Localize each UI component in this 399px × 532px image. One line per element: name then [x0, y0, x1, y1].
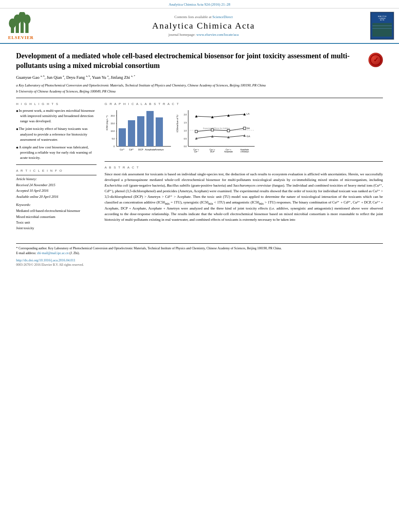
journal-citation: Analytica Chimica Acta 924 (2016) 21–28: [0, 0, 399, 8]
svg-text:2.0: 2.0: [184, 113, 187, 116]
abstract-heading: A B S T R A C T: [105, 166, 383, 169]
highlights-heading: H I G H L I G H T S: [16, 102, 97, 106]
sciencedirect-link[interactable]: ScienceDirect: [212, 15, 232, 19]
article-info-heading: A R T I C L E I N F O: [16, 169, 97, 173]
bar-ametryn: [156, 117, 163, 146]
footer-notes: * Corresponding author. Key Laboratory o…: [16, 243, 383, 267]
svg-text:GA: GA: [247, 135, 250, 138]
svg-text:IC50mix/Sum of TU: IC50mix/Sum of TU: [176, 115, 179, 132]
journal-thumbnail: ANALYTICA CHIMICA ACTA: [370, 12, 394, 40]
svg-text:SA: SA: [247, 127, 250, 129]
bar-cu: [119, 128, 126, 146]
elsevier-tree-icon: [9, 12, 33, 34]
authors-line: Guanyue Gao a, b, Jun Qian a, Deyu Fang …: [16, 74, 383, 80]
svg-text:CHIMICA: CHIMICA: [379, 18, 386, 19]
graphical-abstract: IC50 (mg L⁻¹) 0 5.0 10.0 15.0 20.0: [105, 108, 383, 157]
banner-center: Contents lists available at ScienceDirec…: [41, 15, 366, 37]
divider-3: [105, 161, 383, 162]
svg-rect-2: [21, 19, 24, 33]
highlight-item-2: The joint toxicity effect of binary toxi…: [16, 126, 97, 142]
svg-text:✓: ✓: [373, 56, 378, 63]
svg-text:Cd²⁺: Cd²⁺: [194, 150, 198, 153]
highlights-list: In present work, a multi-species microbi…: [16, 108, 97, 160]
graphical-abstract-heading: G R A P H I C A L A B S T R A C T: [105, 102, 383, 106]
bar-cd: [128, 120, 135, 146]
svg-text:DCP: DCP: [138, 148, 144, 151]
journal-homepage-link[interactable]: www.elsevier.com/locate/aca: [196, 33, 239, 37]
keywords-title: Keywords:: [16, 203, 97, 207]
svg-rect-51: [227, 129, 230, 132]
svg-point-7: [23, 14, 31, 24]
article-title: Development of a mediated whole cell-bas…: [16, 51, 368, 71]
history-label: Article history:: [16, 177, 97, 181]
copyright-line: 0003-2670/© 2016 Elsevier B.V. All right…: [16, 263, 383, 267]
svg-rect-50: [211, 129, 214, 131]
svg-text:15.0: 15.0: [111, 122, 115, 125]
svg-text:ACTA: ACTA: [380, 19, 384, 21]
svg-text:Cu²⁺: Cu²⁺: [120, 148, 125, 151]
elsevier-logo: ELSEVIER: [5, 12, 37, 40]
svg-text:0.5: 0.5: [184, 138, 187, 140]
svg-text:10.0: 10.0: [111, 130, 115, 132]
heavy-metal-ions-text: heavy: [348, 183, 357, 187]
doi-link[interactable]: http://dx.doi.org/10.1016/j.aca.2016.04.…: [16, 258, 76, 262]
bar-chart-svg: IC50 (mg L⁻¹) 0 5.0 10.0 15.0 20.0: [105, 108, 173, 156]
svg-text:Acephate: Acephate: [145, 148, 155, 151]
svg-text:LA: LA: [247, 113, 249, 115]
svg-text:0.0: 0.0: [184, 145, 187, 148]
divider: [16, 98, 383, 98]
highlights-section: H I G H L I G H T S In present work, a m…: [16, 102, 97, 160]
received-date: Received 24 November 2015: [16, 182, 97, 188]
abstract-text: Since most risk assessment for toxicants…: [105, 172, 383, 223]
svg-text:+Ametryn: +Ametryn: [240, 150, 249, 153]
svg-text:1.5: 1.5: [184, 121, 187, 124]
line-chart: 0.0 0.5 1.0 1.5 2.0 Expected IC50mix for…: [176, 108, 257, 157]
paper-body: Development of a mediated whole cell-bas…: [0, 44, 399, 275]
svg-text:IC50 (mg L⁻¹): IC50 (mg L⁻¹): [106, 116, 108, 131]
divider-2: [16, 164, 97, 165]
svg-rect-52: [243, 127, 246, 129]
svg-text:Acephate: Acephate: [224, 150, 232, 153]
journal-banner: ELSEVIER Contents lists available at Sci…: [0, 8, 399, 44]
svg-rect-1: [16, 23, 19, 33]
bar-chart: IC50 (mg L⁻¹) 0 5.0 10.0 15.0 20.0: [105, 108, 173, 157]
highlight-item-3: A simple and low cost biosensor was fabr…: [16, 145, 97, 160]
svg-text:ANALYTICA: ANALYTICA: [378, 16, 387, 17]
svg-rect-49: [195, 130, 197, 133]
journal-thumbnail-image: ANALYTICA CHIMICA ACTA: [370, 12, 394, 40]
highlight-item-1: In present work, a multi-species microbi…: [16, 108, 97, 124]
svg-text:Expected IC50mix for Additive: Expected IC50mix for Additive: [203, 127, 230, 129]
abstract-section: A B S T R A C T Since most risk assessme…: [105, 166, 383, 223]
svg-text:5.0: 5.0: [112, 138, 115, 140]
elsevier-label: ELSEVIER: [8, 35, 34, 40]
svg-rect-13: [372, 23, 392, 37]
corresponding-note: * Corresponding author. Key Laboratory o…: [16, 246, 383, 256]
keywords-section: Keywords: Mediated cell-based electroche…: [16, 203, 97, 231]
svg-rect-3: [25, 23, 29, 33]
sciencedirect-line: Contents lists available at ScienceDirec…: [175, 15, 233, 19]
article-title-section: Development of a mediated whole cell-bas…: [16, 48, 383, 71]
available-date: Available online 20 April 2016: [16, 194, 97, 199]
left-column: H I G H L I G H T S In present work, a m…: [16, 102, 97, 231]
line-chart-svg: 0.0 0.5 1.0 1.5 2.0 Expected IC50mix for…: [176, 108, 257, 156]
right-column: G R A P H I C A L A B S T R A C T IC50 (…: [105, 102, 383, 231]
svg-text:DCP: DCP: [210, 150, 215, 153]
bar-dcp: [137, 116, 144, 146]
svg-rect-0: [11, 27, 14, 33]
crossmark-badge: ✓: [368, 53, 383, 67]
article-info-section: A R T I C L E I N F O Article history: R…: [16, 169, 97, 231]
article-info-box: Article history: Received 24 November 20…: [16, 175, 97, 199]
affiliation-b: b University of Chinese Academy of Scien…: [16, 89, 383, 94]
journal-homepage-line: journal homepage: www.elsevier.com/locat…: [169, 33, 239, 37]
svg-text:1.0: 1.0: [184, 129, 187, 132]
accepted-date: Accepted 10 April 2016: [16, 188, 97, 193]
svg-text:Cd²⁺: Cd²⁺: [129, 148, 134, 151]
bar-acephate: [146, 111, 154, 146]
affiliation-a: a Key Laboratory of Photochemical Conver…: [16, 83, 383, 88]
svg-text:0: 0: [113, 145, 115, 148]
svg-text:20.0: 20.0: [111, 115, 115, 117]
keyword-1: Mediated cell-based electrochemical bios…: [16, 208, 97, 231]
email-link[interactable]: zhi-mail@mail.ipc.ac.cn: [37, 251, 69, 255]
two-column-layout: H I G H L I G H T S In present work, a m…: [16, 102, 383, 231]
journal-title: Analytica Chimica Acta: [152, 21, 255, 31]
